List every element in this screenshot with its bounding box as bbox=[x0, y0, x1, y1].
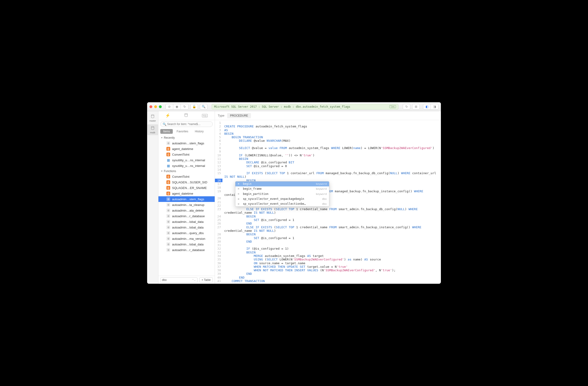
function-icon: () bbox=[167, 180, 170, 184]
tree-item[interactable]: ⚙autoadmin…r_database bbox=[158, 213, 215, 219]
tree-item-label: autoadmin…lobal_data bbox=[172, 243, 204, 246]
tree-item-label: autoadmin…r_database bbox=[172, 214, 205, 218]
sidebar: ⚡ SQL 🔍 ItemsFavoritesHistory Recently⚙a… bbox=[158, 111, 215, 284]
tree-item[interactable]: ()agent_datetime bbox=[158, 146, 215, 152]
completion-icon: ⚙ bbox=[238, 202, 241, 206]
tree-item-label: autoadmin…lobal_data bbox=[172, 220, 204, 224]
tree-item[interactable]: ▦sysutility_u…ns_internal bbox=[158, 157, 215, 163]
location-badge: loc bbox=[389, 105, 396, 108]
tree-item[interactable]: ()agent_datetime bbox=[158, 191, 215, 196]
autocomplete-item[interactable]: ⚙sp_syscollector_event_oncollectionbe…db… bbox=[235, 201, 329, 206]
tree-item-label: autoadmin…r_database bbox=[172, 248, 205, 252]
completion-type: keyword bbox=[316, 187, 327, 191]
tree-group[interactable]: Recently bbox=[158, 135, 215, 140]
completion-icon: ⌘ bbox=[238, 182, 241, 186]
type-label: Type bbox=[218, 114, 224, 117]
breadcrumb-text: Microsoft SQL Server 2017 : SQL Server :… bbox=[214, 105, 350, 108]
function-icon: () bbox=[167, 175, 170, 178]
sidebar-toggle[interactable]: ◧ bbox=[423, 104, 431, 109]
completion-icon: ⌘ bbox=[238, 187, 241, 191]
gear-icon: ⚙ bbox=[167, 225, 170, 229]
sidebar-tab[interactable]: Items bbox=[160, 129, 173, 134]
reload-button[interactable]: ↻ bbox=[403, 104, 410, 110]
tree-item[interactable]: ()SQLAGEN…SUSER_SID bbox=[158, 179, 215, 185]
schema-selector[interactable]: dbo ⌃⌄ bbox=[160, 277, 197, 283]
search-input[interactable] bbox=[160, 121, 213, 127]
tree-item[interactable]: ⚙autoadmin…r_database bbox=[158, 247, 215, 253]
tree-item[interactable]: ⚙autoadmin…query_dbs bbox=[158, 230, 215, 236]
chevron-updown-icon: ⌃⌄ bbox=[192, 279, 196, 281]
tree-item[interactable]: ⚙autoadmin…stem_flags bbox=[158, 196, 215, 202]
completion-name: sp_syscollector_event_onpackagebegin bbox=[243, 197, 304, 201]
tree-item[interactable]: ⚙autoadmin…lobal_data bbox=[158, 225, 215, 230]
add-table-button[interactable]: + Table bbox=[199, 277, 213, 283]
tree-item-label: autoadmin…query_dbs bbox=[172, 231, 204, 235]
tree-item[interactable]: ()ConvertToInt bbox=[158, 174, 215, 179]
search-button[interactable]: 🔍 bbox=[200, 104, 207, 110]
maximize-icon[interactable] bbox=[159, 105, 162, 108]
database-rail: mastermsdb bbox=[147, 111, 158, 284]
completion-icon: ⚙ bbox=[238, 197, 241, 201]
app-window: ⊘ ◉ ↻ 🔓 🔍 Microsoft SQL Server 2017 : SQ… bbox=[147, 102, 441, 284]
tree-item-label: ConvertToInt bbox=[172, 153, 189, 156]
refresh-button[interactable]: ↻ bbox=[181, 104, 188, 109]
type-bar: Type PROCEDURE bbox=[215, 111, 441, 120]
stop-button[interactable]: ⊘ bbox=[166, 104, 173, 109]
main-panel: Type PROCEDURE 123456789101112131415 161… bbox=[215, 111, 441, 284]
autocomplete-item[interactable]: ⌘begin_partitionkeyword bbox=[235, 192, 329, 196]
close-icon[interactable] bbox=[149, 105, 152, 108]
db-rail-item[interactable]: master bbox=[147, 113, 158, 123]
completion-type: keyword bbox=[316, 192, 327, 196]
completion-type: dbo bbox=[322, 202, 327, 206]
grid-button[interactable]: ⊞ bbox=[412, 104, 420, 110]
sidebar-tab[interactable]: Favorites bbox=[174, 129, 191, 134]
layout-group: ◧ ◨ bbox=[423, 104, 439, 110]
titlebar: ⊘ ◉ ↻ 🔓 🔍 Microsoft SQL Server 2017 : SQ… bbox=[147, 102, 441, 111]
tree-item-label: agent_datetime bbox=[172, 192, 193, 195]
minimize-icon[interactable] bbox=[154, 105, 157, 108]
search-icon: 🔍 bbox=[163, 122, 167, 126]
tree-item[interactable]: ()SQLAGEN…ER_SNAME bbox=[158, 185, 215, 191]
tree-item-label: autoadmin…ma_version bbox=[172, 237, 205, 240]
breadcrumb[interactable]: Microsoft SQL Server 2017 : SQL Server :… bbox=[212, 104, 399, 110]
tree-item[interactable]: ()ConvertToInt bbox=[158, 152, 215, 157]
autocomplete-popup: ⌘beginkeyword⌘begin_framekeyword⌘begin_p… bbox=[235, 181, 329, 207]
gear-icon: ⚙ bbox=[167, 197, 170, 201]
completion-name: begin bbox=[243, 182, 252, 186]
table-icon: ▦ bbox=[167, 164, 170, 168]
function-icon: () bbox=[167, 147, 170, 151]
tree-item[interactable]: ⚙autoadmin…ata_delete bbox=[158, 208, 215, 213]
tree-item[interactable]: ⚙autoadmin…ma_version bbox=[158, 236, 215, 241]
lock-button[interactable]: 🔓 bbox=[190, 104, 198, 110]
line-gutter: 123456789101112131415 16171819 20212223 … bbox=[215, 120, 222, 284]
tree-item-label: ConvertToInt bbox=[172, 175, 189, 178]
code-editor[interactable]: 123456789101112131415 16171819 20212223 … bbox=[215, 120, 441, 284]
gear-icon: ⚙ bbox=[167, 220, 170, 224]
tree-item[interactable]: ⚙autoadmin…lobal_data bbox=[158, 219, 215, 225]
plug-icon[interactable]: ⚡ bbox=[165, 113, 170, 118]
completion-name: begin_frame bbox=[243, 187, 262, 191]
view-button[interactable]: ◉ bbox=[173, 104, 181, 109]
tree-group[interactable]: Functions bbox=[158, 169, 215, 174]
db-rail-item[interactable]: msdb bbox=[147, 124, 158, 135]
gear-icon: ⚙ bbox=[167, 242, 170, 246]
tree-item-label: SQLAGEN…ER_SNAME bbox=[172, 186, 207, 190]
sql-icon[interactable]: SQL bbox=[202, 114, 208, 117]
autocomplete-item[interactable]: ⌘beginkeyword bbox=[235, 181, 329, 186]
type-value[interactable]: PROCEDURE bbox=[227, 113, 251, 118]
function-icon: () bbox=[167, 192, 170, 195]
tree-item[interactable]: ⚙autoadmin…stem_flags bbox=[158, 140, 215, 146]
table-icon: ▦ bbox=[167, 158, 170, 162]
sidebar-tab[interactable]: History bbox=[192, 129, 207, 134]
autocomplete-item[interactable]: ⌘begin_framekeyword bbox=[235, 186, 329, 191]
tree-item[interactable]: ▦sysutility_u…ns_internal bbox=[158, 163, 215, 169]
database-icon[interactable] bbox=[184, 113, 188, 118]
tree-item-label: autoadmin…ta_cleanup bbox=[172, 203, 204, 207]
autocomplete-item[interactable]: ⚙sp_syscollector_event_onpackagebegindbo bbox=[235, 196, 329, 201]
tree-item[interactable]: ⚙autoadmin…ta_cleanup bbox=[158, 202, 215, 208]
database-icon bbox=[151, 126, 155, 131]
gear-icon: ⚙ bbox=[167, 214, 170, 218]
tree-item-label: sysutility_u…ns_internal bbox=[172, 158, 205, 162]
panel-toggle[interactable]: ◨ bbox=[431, 104, 438, 109]
tree-item[interactable]: ⚙autoadmin…lobal_data bbox=[158, 241, 215, 247]
